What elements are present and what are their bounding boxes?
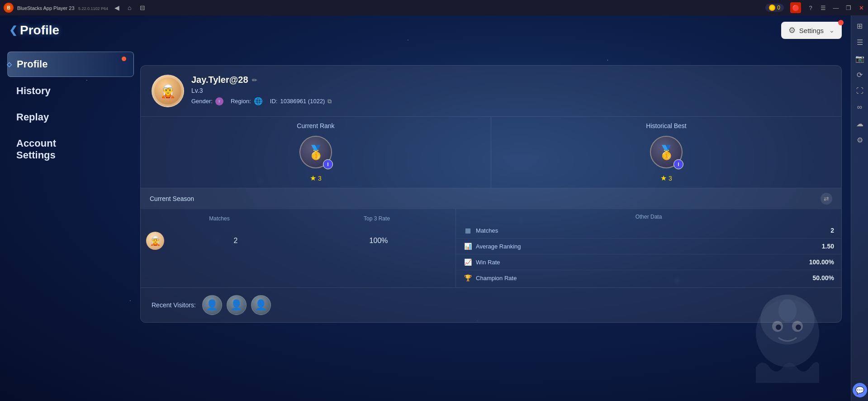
page-title: Profile [20,23,59,38]
matches-count: 2 [830,227,834,234]
champion-rate-value: 50.00% [813,274,834,282]
settings-button[interactable]: ⚙ Settings ⌄ [781,22,842,39]
other-data-avg-ranking-row: 📊 Average Ranking 1.50 [456,239,841,254]
help-btn[interactable]: ? [807,5,814,11]
minimize-btn[interactable]: — [833,5,839,11]
avg-ranking-value: 1.50 [822,243,834,250]
nav-bookmark-btn[interactable]: ⊟ [138,3,147,12]
current-rank-badge-bg: 🥇 I [299,136,332,168]
current-rank-header: Current Rank [297,122,334,129]
other-data-panel: Other Data ▦ Matches 2 📊 Average Ranking… [456,209,841,287]
matches-label: Matches [476,227,830,234]
ghost-mascot [747,292,828,374]
season-section: Current Season ⇄ Matches Top 3 Rate 🧝 2 … [141,188,841,288]
nav-back-btn[interactable]: ◀ [113,3,121,12]
copy-icon[interactable]: ⧉ [327,98,332,105]
champion-rate-label: Champion Rate [476,275,812,282]
top3-rate-value: 100% [307,237,450,245]
sidebar-cloud-icon[interactable]: ☁ [853,117,867,130]
avg-ranking-icon: 📊 [463,243,472,250]
bluestacks-icon-btn[interactable]: 🔴 [790,2,801,13]
stats-col-headers: Matches Top 3 Rate [141,209,455,228]
nav-item-replay[interactable]: Replay [7,105,134,129]
page-header: ❮ Profile ⚙ Settings ⌄ [0,15,851,45]
chevron-down-icon: ⌄ [829,27,835,34]
stats-left-panel: Matches Top 3 Rate 🧝 2 100% [141,209,456,287]
win-rate-icon: 📈 [463,258,472,266]
nav-item-account-settings[interactable]: AccountSettings [7,131,134,167]
current-rank-stars: ★ 3 [310,174,322,182]
settings-badge [838,20,844,25]
left-nav: Profile History Replay AccountSettings [7,52,134,169]
current-rank-col: Current Rank 🥇 I ★ 3 [141,117,491,188]
season-title: Current Season [150,195,194,202]
recent-visitors-section: Recent Visitors: 👤 👤 👤 [141,288,841,322]
sidebar-loop-icon[interactable]: ∞ [853,100,867,114]
svg-point-4 [776,325,781,330]
visitor-avatar-2[interactable]: 👤 [227,295,247,315]
historical-rank-col: Historical Best 🥇 I ★ 3 [491,117,841,188]
avg-ranking-label: Average Ranking [476,243,822,250]
sidebar-camera-icon[interactable]: 📷 [853,52,867,65]
nav-item-history[interactable]: History [7,79,134,103]
rank-section: Current Rank 🥇 I ★ 3 Historical Best 🥇 [141,117,841,188]
visitor-avatar-3[interactable]: 👤 [251,295,271,315]
other-data-win-rate-row: 📈 Win Rate 100.00% [456,254,841,270]
season-toggle-icon: ⇄ [824,195,829,202]
gender-icon: ♀ [215,97,223,105]
champion-rate-icon: 🏆 [463,274,472,282]
top3-col-header: Top 3 Rate [298,213,455,224]
visitor-avatar-1[interactable]: 👤 [202,295,222,315]
chat-button[interactable]: 💬 [853,383,867,397]
recent-visitors-label: Recent Visitors: [152,301,196,309]
star-icon: ★ [310,174,316,182]
profile-panel: 🧝 Jay.Tyler@28 ✏ Lv.3 Gender: ♀ Region: … [140,65,842,323]
season-header: Current Season ⇄ [141,188,841,209]
right-sidebar: ⊞ ☰ 📷 ⟳ ⛶ ∞ ☁ ⚙ 💬 [851,15,868,401]
profile-header: 🧝 Jay.Tyler@28 ✏ Lv.3 Gender: ♀ Region: … [141,66,841,117]
win-rate-label: Win Rate [476,259,809,266]
region-flag-icon: 🌐 [254,97,263,105]
svg-point-5 [796,325,801,330]
sidebar-refresh-icon[interactable]: ⟳ [853,68,867,81]
historical-rank-header: Historical Best [646,122,686,129]
profile-info: Jay.Tyler@28 ✏ Lv.3 Gender: ♀ Region: 🌐 … [191,75,830,105]
historical-rank-badge: 🥇 I [648,134,684,170]
back-chevron-icon: ❮ [9,24,17,36]
app-logo: B [4,3,14,13]
titlebar-nav: ◀ ⌂ ⊟ [113,3,147,12]
back-button[interactable]: ❮ [9,24,17,36]
stats-table: Matches Top 3 Rate 🧝 2 100% Other Data ▦ [141,209,841,287]
matches-value: 2 [164,237,307,245]
other-data-header: Other Data [456,211,841,223]
gender-field: Gender: ♀ [191,97,223,105]
profile-meta: Gender: ♀ Region: 🌐 ID: 10386961 (1022) … [191,97,830,105]
restore-btn[interactable]: ❐ [845,5,852,11]
star-icon: ★ [660,174,667,182]
nav-home-btn[interactable]: ⌂ [126,3,133,12]
season-toggle-btn[interactable]: ⇄ [821,193,832,205]
stats-data-row: 🧝 2 100% [141,228,455,253]
region-field: Region: 🌐 [231,97,263,105]
sidebar-grid-icon[interactable]: ⊞ [853,19,867,33]
sidebar-settings-icon[interactable]: ⚙ [853,133,867,147]
other-data-matches-row: ▦ Matches 2 [456,223,841,239]
win-rate-value: 100.00% [809,258,834,266]
titlebar-controls: 0 🔴 ? ☰ — ❐ ✕ [762,2,864,13]
nav-item-profile[interactable]: Profile [7,52,134,77]
avatar-image: 🧝 [154,77,181,105]
matches-col-header: Matches [141,213,298,224]
current-rank-character: 🥇 [308,144,324,160]
hamburger-btn[interactable]: ☰ [820,5,826,11]
sidebar-list-icon[interactable]: ☰ [853,35,867,49]
app-title: BlueStacks App Player 23 5.22.0.1102 P64 [17,4,108,12]
sidebar-expand-icon[interactable]: ⛶ [853,84,867,98]
coin-icon [769,5,775,11]
gear-icon: ⚙ [788,25,796,35]
historical-rank-character: 🥇 [658,144,675,160]
profile-id-field: ID: 10386961 (1022) ⧉ [270,98,332,105]
profile-level: Lv.3 [191,87,830,94]
edit-icon[interactable]: ✏ [252,76,257,84]
close-btn[interactable]: ✕ [858,5,864,11]
nav-active-dot [122,57,126,61]
